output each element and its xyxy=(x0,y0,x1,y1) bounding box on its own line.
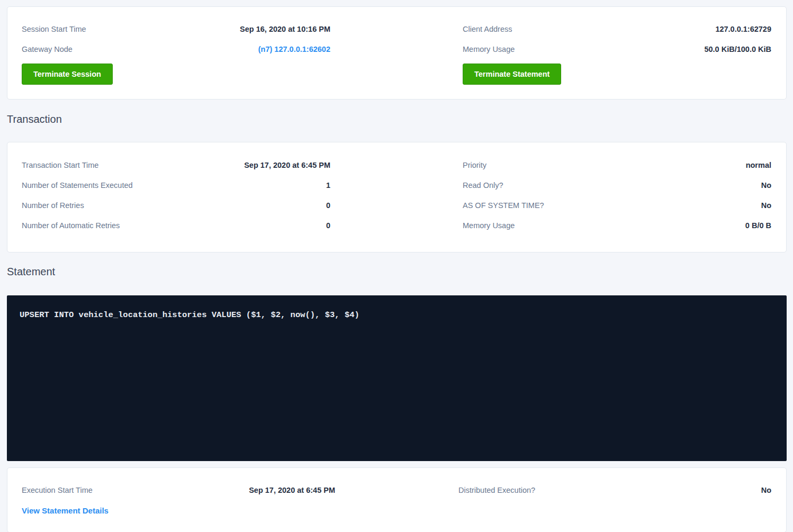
gateway-node-label: Gateway Node xyxy=(22,45,73,53)
session-summary-card: Session Start Time Sep 16, 2020 at 10:16… xyxy=(7,6,787,100)
view-statement-details-link[interactable]: View Statement Details xyxy=(22,506,109,515)
client-address-row: Client Address 127.0.0.1:62729 xyxy=(463,19,771,39)
retries-row: Number of Retries 0 xyxy=(22,195,330,215)
client-address-label: Client Address xyxy=(463,25,512,33)
session-start-time-label: Session Start Time xyxy=(22,25,86,33)
transaction-start-time-value: Sep 17, 2020 at 6:45 PM xyxy=(244,161,330,169)
view-statement-details-row: View Statement Details xyxy=(22,500,335,520)
execution-card-left-column: Execution Start Time Sep 17, 2020 at 6:4… xyxy=(22,480,335,532)
priority-row: Priority normal xyxy=(463,155,771,175)
transaction-memory-usage-value: 0 B/0 B xyxy=(745,221,771,230)
transaction-memory-usage-row: Memory Usage 0 B/0 B xyxy=(463,215,771,236)
transaction-start-time-row: Transaction Start Time Sep 17, 2020 at 6… xyxy=(22,155,330,175)
retries-label: Number of Retries xyxy=(22,201,84,210)
distributed-execution-value: No xyxy=(761,486,771,494)
transaction-section-title: Transaction xyxy=(7,112,787,127)
statements-executed-row: Number of Statements Executed 1 xyxy=(22,175,330,195)
session-card-left-column: Session Start Time Sep 16, 2020 at 10:16… xyxy=(22,19,330,99)
execution-start-time-label: Execution Start Time xyxy=(22,486,93,494)
transaction-summary-card: Transaction Start Time Sep 17, 2020 at 6… xyxy=(7,142,787,253)
priority-label: Priority xyxy=(463,161,486,169)
read-only-value: No xyxy=(761,181,771,190)
execution-start-time-value: Sep 17, 2020 at 6:45 PM xyxy=(249,486,335,494)
transaction-card-right-column: Priority normal Read Only? No AS OF SYST… xyxy=(463,155,771,252)
statement-sql-box: UPSERT INTO vehicle_location_histories V… xyxy=(7,295,787,461)
statement-section-title: Statement xyxy=(7,265,787,279)
transaction-card-left-column: Transaction Start Time Sep 17, 2020 at 6… xyxy=(22,155,330,252)
priority-value: normal xyxy=(746,161,771,169)
execution-card-right-column: Distributed Execution? No xyxy=(458,480,771,532)
gateway-node-link[interactable]: (n7) 127.0.0.1:62602 xyxy=(258,45,330,53)
sql-statement-text: UPSERT INTO vehicle_location_histories V… xyxy=(20,310,359,320)
read-only-row: Read Only? No xyxy=(463,175,771,195)
automatic-retries-label: Number of Automatic Retries xyxy=(22,221,120,230)
gateway-node-row: Gateway Node (n7) 127.0.0.1:62602 xyxy=(22,39,330,59)
distributed-execution-row: Distributed Execution? No xyxy=(458,480,771,500)
session-memory-usage-value: 50.0 KiB/100.0 KiB xyxy=(704,45,771,53)
session-start-time-value: Sep 16, 2020 at 10:16 PM xyxy=(240,25,330,33)
session-details-page: Session Start Time Sep 16, 2020 at 10:16… xyxy=(0,0,793,532)
read-only-label: Read Only? xyxy=(463,181,503,190)
as-of-system-time-value: No xyxy=(761,201,771,210)
session-memory-usage-row: Memory Usage 50.0 KiB/100.0 KiB xyxy=(463,39,771,59)
automatic-retries-value: 0 xyxy=(326,221,330,230)
session-card-right-column: Client Address 127.0.0.1:62729 Memory Us… xyxy=(463,19,771,99)
statements-executed-label: Number of Statements Executed xyxy=(22,181,133,190)
session-start-time-row: Session Start Time Sep 16, 2020 at 10:16… xyxy=(22,19,330,39)
terminate-statement-button[interactable]: Terminate Statement xyxy=(463,64,561,85)
distributed-execution-label: Distributed Execution? xyxy=(458,486,535,494)
as-of-system-time-label: AS OF SYSTEM TIME? xyxy=(463,201,544,210)
transaction-start-time-label: Transaction Start Time xyxy=(22,161,98,169)
statement-execution-card: Execution Start Time Sep 17, 2020 at 6:4… xyxy=(7,467,787,532)
client-address-value: 127.0.0.1:62729 xyxy=(715,25,771,33)
transaction-memory-usage-label: Memory Usage xyxy=(463,221,515,230)
session-memory-usage-label: Memory Usage xyxy=(463,45,515,53)
automatic-retries-row: Number of Automatic Retries 0 xyxy=(22,215,330,236)
terminate-session-button[interactable]: Terminate Session xyxy=(22,64,113,85)
statements-executed-value: 1 xyxy=(326,181,330,190)
retries-value: 0 xyxy=(326,201,330,210)
execution-start-time-row: Execution Start Time Sep 17, 2020 at 6:4… xyxy=(22,480,335,500)
as-of-system-time-row: AS OF SYSTEM TIME? No xyxy=(463,195,771,215)
